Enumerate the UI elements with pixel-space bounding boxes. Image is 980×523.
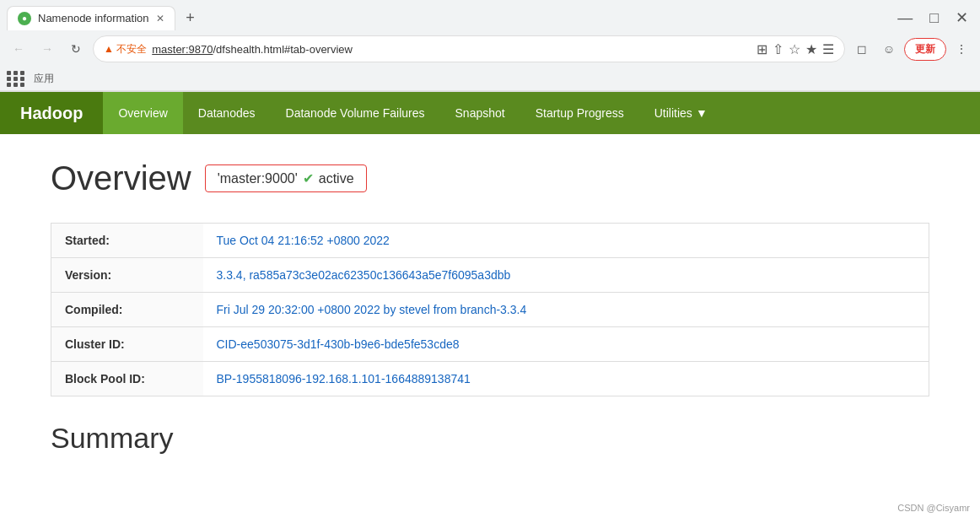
sidebar-toggle[interactable]: ◻ [850, 37, 874, 61]
translate-icon: ⊞ [757, 41, 767, 57]
url-host: master:9870 [152, 43, 213, 56]
update-button[interactable]: 更新 [904, 38, 946, 61]
row-value: Tue Oct 04 21:16:52 +0800 2022 [203, 224, 929, 258]
row-value: Fri Jul 29 20:32:00 +0800 2022 by stevel… [203, 293, 929, 327]
nav-item-startup-progress[interactable]: Startup Progress [520, 92, 639, 134]
tab-favicon: ● [18, 12, 31, 25]
dropdown-arrow-icon: ▼ [696, 106, 708, 120]
row-value: BP-1955818096-192.168.1.101-166488913874… [203, 362, 929, 396]
row-label: Compiled: [51, 293, 203, 327]
address-bar[interactable]: ▲ 不安全 master:9870/dfshealth.html#tab-ove… [93, 35, 845, 62]
reload-button[interactable]: ↻ [64, 37, 88, 61]
profile-icon[interactable]: ☰ [822, 41, 834, 57]
toolbar-actions: ◻ ☺ 更新 ⋮ [850, 37, 973, 61]
new-tab-button[interactable]: + [179, 6, 202, 30]
overview-title: Overview [51, 159, 191, 197]
window-controls: — □ ✕ [892, 7, 973, 29]
back-button[interactable]: ← [7, 37, 30, 61]
table-row: Compiled: Fri Jul 29 20:32:00 +0800 2022… [51, 293, 929, 327]
hadoop-brand: Hadoop [0, 92, 103, 134]
info-table: Started: Tue Oct 04 21:16:52 +0800 2022 … [51, 223, 929, 396]
table-row: Cluster ID: CID-ee503075-3d1f-430b-b9e6-… [51, 327, 929, 362]
minimize-button[interactable]: — [892, 8, 918, 29]
summary-title: Summary [51, 422, 929, 455]
overview-badge: 'master:9000' ✔ active [205, 164, 367, 192]
tab-title: Namenode information [38, 12, 149, 24]
row-label: Block Pool ID: [51, 362, 203, 396]
maximize-button[interactable]: □ [924, 8, 944, 29]
user-icon[interactable]: ☺ [877, 37, 901, 61]
badge-host: 'master:9000' [218, 171, 298, 186]
share-icon: ⇧ [773, 41, 783, 57]
row-label: Version: [51, 258, 203, 293]
url-path: /dfshealth.html#tab-overview [213, 43, 352, 56]
active-check-icon: ✔ [303, 170, 314, 186]
apps-grid-icon [7, 71, 25, 87]
table-row: Version: 3.3.4, ra585a73c3e02ac62350c136… [51, 258, 929, 293]
row-label: Cluster ID: [51, 327, 203, 362]
browser-title-bar: ● Namenode information ✕ + — □ ✕ [0, 0, 980, 30]
csdn-watermark: CSDN @Cisyamr [897, 503, 970, 513]
row-value: CID-ee503075-3d1f-430b-b9e6-bde5fe53cde8 [203, 327, 929, 362]
nav-item-datanode-volume-failures[interactable]: Datanode Volume Failures [271, 92, 440, 134]
badge-status: active [319, 171, 354, 186]
row-label: Started: [51, 224, 203, 258]
nav-item-snapshot[interactable]: Snapshot [440, 92, 520, 134]
address-url: master:9870/dfshealth.html#tab-overview [152, 43, 751, 56]
menu-icon[interactable]: ⋮ [950, 37, 973, 61]
nav-item-overview[interactable]: Overview [103, 92, 182, 134]
browser-toolbar: ← → ↻ ▲ 不安全 master:9870/dfshealth.html#t… [0, 30, 980, 67]
browser-chrome: ● Namenode information ✕ + — □ ✕ ← → ↻ ▲… [0, 0, 980, 92]
security-warning: ▲ 不安全 [104, 42, 147, 57]
row-value: 3.3.4, ra585a73c3e02ac62350c136643a5e7f6… [203, 258, 929, 293]
overview-header: Overview 'master:9000' ✔ active [51, 159, 929, 197]
table-row: Block Pool ID: BP-1955818096-192.168.1.1… [51, 362, 929, 396]
table-row: Started: Tue Oct 04 21:16:52 +0800 2022 [51, 224, 929, 258]
tab-close-button[interactable]: ✕ [156, 13, 164, 24]
extension-icon[interactable]: ★ [805, 41, 817, 57]
browser-tab[interactable]: ● Namenode information ✕ [7, 6, 175, 30]
bookmarks-apps-label: 应用 [34, 72, 54, 86]
main-content: Overview 'master:9000' ✔ active Started:… [0, 134, 980, 480]
forward-button[interactable]: → [35, 37, 59, 61]
bookmarks-bar: 应用 [0, 67, 980, 91]
nav-item-datanodes[interactable]: Datanodes [183, 92, 271, 134]
hadoop-nav: Hadoop Overview Datanodes Datanode Volum… [0, 92, 980, 134]
utilities-label: Utilities [654, 106, 692, 120]
bookmark-icon[interactable]: ☆ [789, 41, 800, 57]
close-button[interactable]: ✕ [950, 7, 973, 29]
nav-item-utilities[interactable]: Utilities ▼ [639, 92, 723, 134]
